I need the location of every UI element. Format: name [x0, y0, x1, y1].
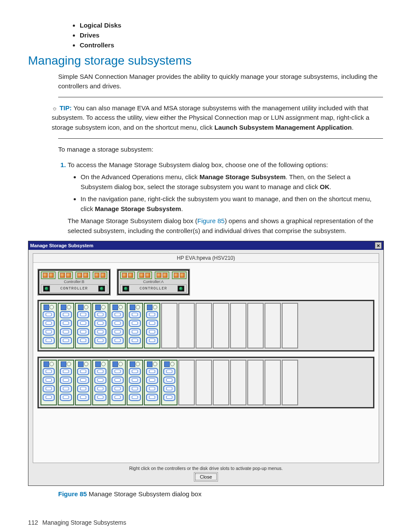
platter-icon [77, 320, 89, 327]
procedure-sublist: On the Advanced Operations menu, click M… [81, 172, 383, 214]
drive-header-icon [95, 361, 106, 367]
port-icon [122, 273, 127, 278]
controller-sublabel: Controller:B [41, 280, 107, 284]
platter-icon [112, 311, 124, 318]
drive-slot-empty[interactable] [265, 303, 281, 348]
drive-slot-empty[interactable] [230, 303, 246, 348]
drive-slot-empty[interactable] [247, 303, 264, 348]
drive-header-icon [78, 361, 88, 367]
platter-icon [146, 337, 158, 344]
platter-icon [60, 328, 72, 336]
platter-icon [43, 337, 55, 344]
figure-link[interactable]: Figure 85 [197, 217, 224, 224]
platter-icon [94, 394, 106, 401]
drive-slot-filled[interactable] [109, 303, 126, 348]
drive-slot-filled[interactable] [40, 360, 57, 405]
platter-icon [146, 320, 158, 327]
drive-slot-empty[interactable] [196, 360, 212, 405]
platter-icon [43, 376, 55, 384]
platter-icon [112, 368, 124, 375]
drive-slot-filled[interactable] [161, 360, 177, 405]
drive-slot-filled[interactable] [144, 303, 160, 348]
drive-slot-empty[interactable] [282, 360, 298, 405]
drive-slot-filled[interactable] [144, 360, 160, 405]
port-pair[interactable] [41, 271, 56, 279]
platter-icon [146, 311, 158, 318]
port-icon [94, 273, 100, 278]
port-pair[interactable] [172, 271, 187, 279]
controller-bar: CONTROLLER [41, 284, 107, 293]
platter-icon [112, 376, 124, 384]
drive-slot-filled[interactable] [75, 360, 91, 405]
platter-icon [60, 311, 72, 318]
port-icon [145, 273, 150, 278]
platter-icon [77, 311, 89, 318]
drive-slot-empty[interactable] [213, 360, 229, 405]
port-pair[interactable] [155, 271, 169, 279]
close-icon[interactable]: ✕ [375, 242, 382, 249]
controller-bar-label: CONTROLLER [140, 286, 167, 291]
drive-slot-empty[interactable] [282, 303, 298, 348]
indicator-icon [43, 286, 50, 292]
device-panel: HP EVA:hpeva (HSV210) Controller:BCONTRO… [33, 253, 379, 463]
platter-icon [129, 368, 141, 375]
drive-slot-empty[interactable] [247, 360, 264, 405]
drive-slot-filled[interactable] [92, 360, 109, 405]
divider [58, 97, 383, 97]
top-bullet-list: Logical Disks Drives Controllers [80, 22, 383, 49]
page-footer: 112Managing Storage Subsystems [28, 519, 383, 526]
section-heading: Managing storage subsystems [28, 54, 383, 68]
figure-caption-text: Manage Storage Subsystem dialog box [87, 490, 202, 498]
platter-icon [94, 311, 106, 318]
drive-slot-filled[interactable] [92, 303, 109, 348]
controller-card[interactable]: Controller:ACONTROLLER [117, 269, 190, 296]
intro-paragraph: Simple SAN Connection Manager provides t… [58, 72, 383, 91]
controller-bar: CONTROLLER [120, 284, 187, 293]
platter-icon [146, 368, 158, 375]
port-pair[interactable] [93, 271, 107, 279]
tip-block: ☼ TIP: You can also manage EVA and MSA s… [52, 103, 383, 133]
drive-slot-filled[interactable] [127, 360, 143, 405]
port-icon [139, 273, 144, 278]
port-icon [77, 273, 82, 278]
drive-slot-empty[interactable] [178, 360, 195, 405]
drive-slot-filled[interactable] [58, 360, 74, 405]
port-pair[interactable] [75, 271, 90, 279]
platter-icon [146, 328, 158, 336]
platter-icon [60, 385, 72, 392]
drive-header-icon [164, 361, 174, 367]
port-pair[interactable] [58, 271, 73, 279]
para-after-list: The Manage Storage Subsystem dialog box … [68, 217, 374, 234]
dialog-hint: Right click on the controllers or the di… [33, 463, 379, 472]
platter-icon [129, 385, 141, 392]
platter-icon [129, 311, 141, 318]
indicator-icon [177, 286, 184, 292]
controller-row: Controller:BCONTROLLERController:ACONTRO… [37, 269, 374, 296]
platter-icon [112, 328, 124, 336]
drive-slot-empty[interactable] [196, 303, 212, 348]
platter-icon [146, 394, 158, 401]
close-button[interactable]: Close [195, 473, 217, 480]
platter-icon [77, 337, 89, 344]
tip-label: TIP: [59, 104, 72, 112]
drive-slot-empty[interactable] [161, 303, 177, 348]
drive-slot-filled[interactable] [127, 303, 143, 348]
drive-slot-filled[interactable] [75, 303, 91, 348]
drive-slot-empty[interactable] [265, 360, 281, 405]
list-item: Controllers [80, 41, 383, 49]
drive-slot-filled[interactable] [109, 360, 126, 405]
platter-icon [163, 394, 175, 401]
drive-slot-filled[interactable] [58, 303, 74, 348]
port-pair[interactable] [137, 271, 152, 279]
platter-icon [94, 320, 106, 327]
drive-slot-empty[interactable] [230, 360, 246, 405]
platter-icon [112, 394, 124, 401]
port-pair[interactable] [120, 271, 135, 279]
drive-slot-filled[interactable] [40, 303, 57, 348]
drive-slot-empty[interactable] [213, 303, 229, 348]
controller-card[interactable]: Controller:BCONTROLLER [37, 269, 111, 296]
platter-icon [60, 376, 72, 384]
drive-slot-empty[interactable] [178, 303, 195, 348]
drive-header-icon [130, 305, 140, 310]
device-title: HP EVA:hpeva (HSV210) [33, 254, 379, 263]
